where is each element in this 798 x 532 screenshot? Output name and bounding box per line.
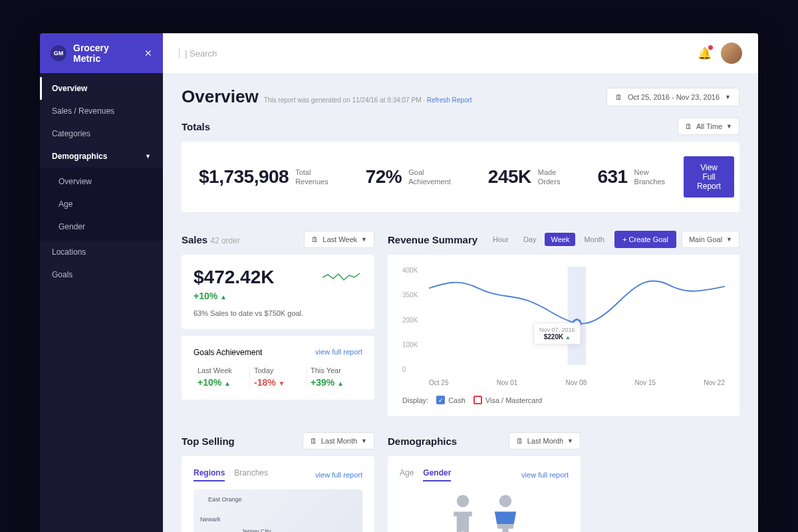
brand-logo: GM bbox=[51, 45, 66, 61]
top-selling-filter[interactable]: 🗓 Last Month ▼ bbox=[303, 432, 374, 450]
checkbox-cash[interactable]: ✓ Cash bbox=[436, 396, 466, 404]
arrow-up-icon: ▲ bbox=[337, 380, 344, 387]
notification-dot bbox=[708, 45, 713, 50]
page-header: Overview This report was generated on 11… bbox=[182, 86, 739, 107]
calendar-icon: 🗓 bbox=[310, 437, 317, 445]
sidebar: GM Grocery Metric ✕ Overview Sales / Rev… bbox=[40, 33, 163, 532]
calendar-icon: 🗓 bbox=[615, 93, 622, 101]
chevron-down-icon: ▼ bbox=[725, 94, 731, 100]
arrow-up-icon: ▲ bbox=[565, 334, 571, 340]
line-chart-svg bbox=[429, 267, 725, 365]
sales-pct: +10% ▲ bbox=[194, 291, 362, 301]
tab-regions[interactable]: Regions bbox=[194, 468, 225, 481]
totals-header: Totals 🗓 All Time ▼ bbox=[182, 118, 739, 135]
metric-revenue: $1,735,908 Total Revenues bbox=[199, 166, 329, 188]
sales-column: Sales42 order 🗓 Last Week ▼ $472.42K bbox=[182, 231, 374, 416]
goals-title: Goals Achievement bbox=[194, 348, 262, 357]
metric-goal: 72% Goal Achievement bbox=[366, 166, 451, 188]
metric-orders: 245K Made Orders bbox=[488, 166, 561, 188]
demographics-filter[interactable]: 🗓 Last Month ▼ bbox=[509, 432, 581, 450]
tab-gender[interactable]: Gender bbox=[423, 468, 451, 481]
goal-this-year: This Year +39% ▲ bbox=[307, 366, 362, 388]
nav-sales-revenues[interactable]: Sales / Revenues bbox=[40, 100, 163, 122]
chevron-down-icon: ▼ bbox=[145, 153, 151, 160]
demographics-title: Demographics bbox=[388, 436, 457, 447]
view-full-report-link[interactable]: view full report bbox=[315, 348, 362, 357]
nav-demographics-sub: Overview Age Gender bbox=[40, 168, 163, 241]
brand-name: Grocery Metric bbox=[73, 43, 138, 64]
view-full-report-link[interactable]: view full report bbox=[521, 471, 569, 479]
sales-card: $472.42K +10% ▲ 63% Sales to date vs $75… bbox=[182, 255, 374, 329]
calendar-icon: 🗓 bbox=[685, 122, 692, 130]
totals-title: Totals bbox=[182, 121, 210, 132]
top-selling-title: Top Selling bbox=[182, 436, 235, 447]
totals-time-filter[interactable]: 🗓 All Time ▼ bbox=[678, 118, 739, 135]
refresh-report-link[interactable]: Refresh Report bbox=[427, 96, 472, 104]
nav-categories[interactable]: Categories bbox=[40, 122, 163, 145]
person-figure-blue bbox=[490, 493, 521, 532]
view-full-report-button[interactable]: View Full Report bbox=[684, 156, 734, 198]
nav-goals[interactable]: Goals bbox=[40, 263, 163, 286]
metric-branches: 631 New Branches bbox=[597, 166, 665, 188]
calendar-icon: 🗓 bbox=[516, 437, 523, 445]
totals-card: $1,735,908 Total Revenues 72% Goal Achie… bbox=[182, 142, 739, 212]
tab-month[interactable]: Month bbox=[578, 233, 610, 246]
chart-display-options: Display: ✓ Cash Visa / Mastercard bbox=[402, 396, 725, 404]
y-axis: 400K 350K 200K 100K 0 bbox=[402, 267, 418, 373]
nav-demographics[interactable]: Demographics ▼ bbox=[40, 145, 163, 168]
tab-day[interactable]: Day bbox=[517, 233, 543, 246]
arrow-down-icon: ▼ bbox=[279, 380, 285, 387]
nav-demo-age[interactable]: Age bbox=[40, 193, 163, 215]
sales-note: 63% Sales to date vs $750K goal. bbox=[194, 309, 362, 317]
demographics-card: Age Gender view full report bbox=[388, 456, 581, 532]
tab-week[interactable]: Week bbox=[545, 233, 575, 246]
revenue-time-tabs: Hour Day Week Month bbox=[487, 233, 610, 246]
sales-title: Sales42 order bbox=[182, 234, 240, 245]
calendar-icon: 🗓 bbox=[311, 235, 319, 243]
goal-today: Today -18% ▼ bbox=[250, 366, 307, 388]
sales-time-filter[interactable]: 🗓 Last Week ▼ bbox=[304, 231, 374, 248]
checkbox-icon: ✓ bbox=[436, 396, 445, 404]
checkbox-icon bbox=[473, 396, 482, 404]
brand-header: GM Grocery Metric ✕ bbox=[40, 33, 163, 73]
chart-tooltip: Nov 07, 2016 $220K ▲ bbox=[533, 323, 581, 344]
tab-age[interactable]: Age bbox=[400, 468, 414, 481]
nav-locations[interactable]: Locations bbox=[40, 241, 163, 263]
create-goal-button[interactable]: + Create Goal bbox=[614, 231, 676, 248]
nav-demographics-label: Demographics bbox=[52, 152, 107, 161]
checkbox-visa[interactable]: Visa / Mastercard bbox=[473, 396, 542, 404]
tab-branches[interactable]: Branches bbox=[234, 468, 268, 481]
chevron-down-icon: ▼ bbox=[361, 236, 367, 243]
chevron-down-icon: ▼ bbox=[726, 123, 732, 130]
page-subtitle: This report was generated on 11/24/16 at… bbox=[264, 96, 472, 104]
main-nav: Overview Sales / Revenues Categories Dem… bbox=[40, 73, 163, 286]
search-input[interactable]: | Search bbox=[179, 49, 688, 59]
revenue-chart-card: 400K 350K 200K 100K 0 bbox=[388, 255, 739, 416]
avatar[interactable] bbox=[721, 43, 742, 64]
nav-demo-gender[interactable]: Gender bbox=[40, 215, 163, 238]
person-figure-gray bbox=[448, 493, 478, 532]
nav-overview[interactable]: Overview bbox=[40, 77, 163, 100]
tab-hour[interactable]: Hour bbox=[487, 233, 515, 246]
chevron-down-icon: ▼ bbox=[567, 438, 573, 444]
map-region[interactable]: East Orange Newark Jersey City New York bbox=[194, 489, 362, 532]
content-scroll: Overview This report was generated on 11… bbox=[163, 73, 758, 532]
arrow-up-icon: ▲ bbox=[224, 380, 231, 387]
main-content: | Search 🔔 Overview This report was gene… bbox=[163, 33, 758, 532]
revenue-chart: 400K 350K 200K 100K 0 bbox=[402, 267, 725, 386]
svg-point-2 bbox=[457, 495, 469, 507]
top-selling-card: Regions Branches view full report East O… bbox=[182, 456, 374, 532]
top-selling-column: Top Selling 🗓 Last Month ▼ Regions Branc… bbox=[182, 432, 374, 532]
chevron-down-icon: ▼ bbox=[361, 438, 367, 444]
goal-last-week: Last Week +10% ▲ bbox=[194, 366, 250, 388]
notifications-icon[interactable]: 🔔 bbox=[698, 47, 712, 61]
main-goal-dropdown[interactable]: Main Goal ▼ bbox=[682, 231, 739, 248]
demographics-column: Demographics 🗓 Last Month ▼ Age Gender bbox=[388, 432, 581, 532]
goals-achievement-card: Goals Achievement view full report Last … bbox=[182, 336, 374, 400]
nav-demo-overview[interactable]: Overview bbox=[40, 170, 163, 193]
topbar: | Search 🔔 bbox=[163, 33, 758, 73]
app-window: GM Grocery Metric ✕ Overview Sales / Rev… bbox=[40, 33, 758, 532]
close-icon[interactable]: ✕ bbox=[144, 48, 152, 59]
view-full-report-link[interactable]: view full report bbox=[315, 471, 362, 479]
date-range-picker[interactable]: 🗓 Oct 25, 2016 - Nov 23, 2016 ▼ bbox=[606, 88, 739, 106]
